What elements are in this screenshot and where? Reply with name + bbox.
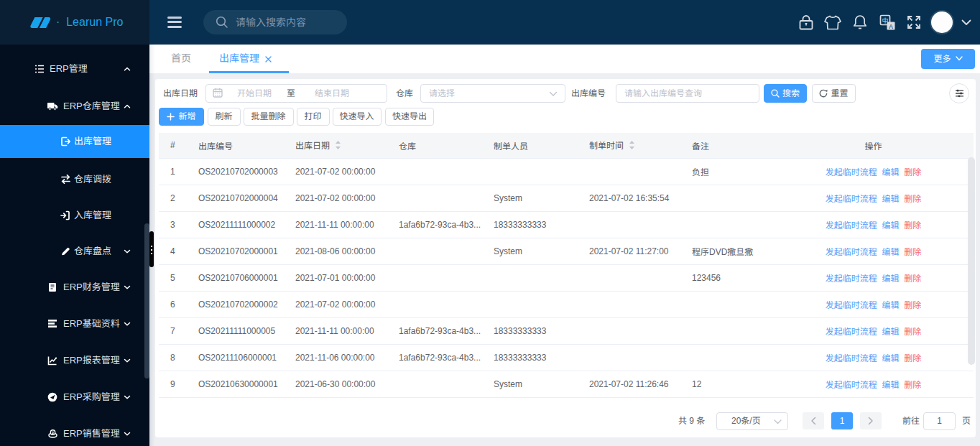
svg-text:A: A — [889, 23, 893, 30]
